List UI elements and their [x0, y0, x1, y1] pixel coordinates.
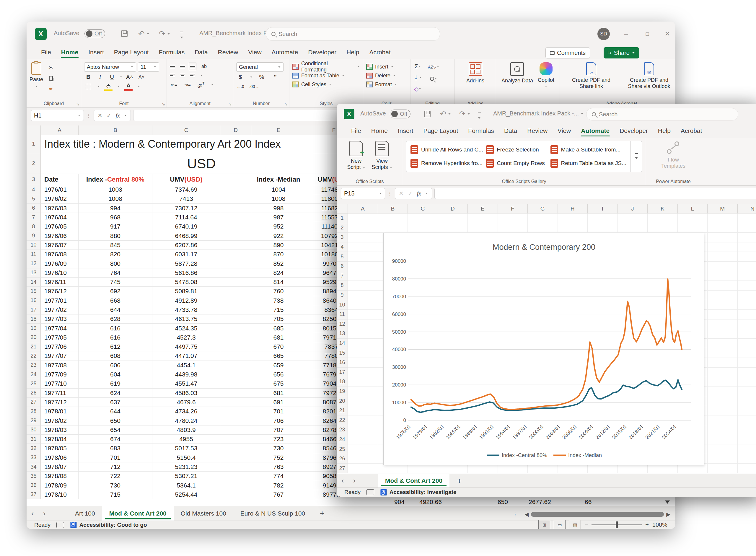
cell-index-title[interactable]: Index title : Modern & Contemporary Art …	[41, 135, 362, 153]
cell[interactable]: 738	[251, 296, 306, 305]
cell[interactable]: 4912.89	[152, 296, 220, 305]
autosave-toggle[interactable]: Off	[390, 109, 411, 118]
underline-button[interactable]: U	[108, 73, 116, 81]
cell[interactable]: 1978/10	[41, 490, 78, 499]
sheet-tab-old-masters-100[interactable]: Old Masters 100	[174, 506, 233, 521]
cell[interactable]	[708, 252, 738, 262]
fg-col-header-L[interactable]: L	[678, 204, 708, 213]
increase-indent-icon[interactable]: ⇥≡	[183, 81, 192, 89]
cell[interactable]	[220, 453, 251, 462]
cut-icon[interactable]: ✂	[47, 64, 55, 72]
cell[interactable]	[348, 368, 378, 377]
cell[interactable]	[348, 290, 378, 300]
cell[interactable]: 4439.98	[152, 370, 220, 379]
cell[interactable]: 4471.07	[152, 351, 220, 360]
redo-icon[interactable]: ↷	[459, 109, 470, 118]
view-scripts-button[interactable]: ViewScripts	[372, 141, 392, 170]
script-gallery-item[interactable]: Unhide All Rows and C...	[411, 143, 483, 157]
copy-icon[interactable]	[47, 74, 55, 82]
cell[interactable]	[348, 300, 378, 310]
cell[interactable]	[738, 271, 756, 281]
cell[interactable]	[738, 339, 756, 348]
bg-col-header-D[interactable]: D	[220, 126, 251, 135]
cell[interactable]: 606	[78, 361, 152, 370]
cell[interactable]: 4527.3	[152, 333, 220, 342]
bg-row-header-4[interactable]: 4	[27, 185, 41, 194]
menu-tab-page-layout[interactable]: Page Layout	[419, 125, 462, 138]
cell[interactable]	[738, 425, 756, 435]
cell[interactable]	[708, 223, 738, 233]
fg-row-header-16[interactable]: 16	[337, 358, 348, 368]
menu-tab-developer[interactable]: Developer	[304, 46, 341, 59]
cell[interactable]: 6207.86	[152, 241, 220, 250]
font-name-select[interactable]: Aptos Narrow	[84, 62, 136, 72]
cell[interactable]	[738, 348, 756, 358]
cell[interactable]	[618, 213, 648, 223]
cell[interactable]	[708, 406, 738, 416]
cell[interactable]: 4613.75	[152, 314, 220, 324]
bg-row-header-3[interactable]: 3	[27, 174, 41, 185]
fg-col-header-B[interactable]: B	[378, 204, 408, 213]
autosum-icon[interactable]: Σ	[413, 62, 422, 71]
insert-function-icon[interactable]: fx	[417, 190, 421, 197]
cell[interactable]	[348, 271, 378, 281]
cell[interactable]: 675	[251, 379, 306, 388]
bg-row-header-26[interactable]: 26	[27, 389, 41, 398]
cell[interactable]	[468, 213, 498, 223]
cell[interactable]	[708, 454, 738, 464]
bg-row-header-10[interactable]: 10	[27, 241, 41, 250]
cell-currency[interactable]: USD	[41, 153, 362, 174]
quick-access-icon[interactable]	[180, 32, 183, 40]
menu-tab-review[interactable]: Review	[213, 46, 243, 59]
autosave-toggle[interactable]: Off	[84, 29, 105, 38]
cell[interactable]	[738, 444, 756, 454]
borders-icon[interactable]	[84, 82, 93, 91]
cell[interactable]: 1978/03	[41, 425, 78, 435]
bg-row-header-34[interactable]: 34	[27, 462, 41, 472]
cell[interactable]: 723	[251, 435, 306, 444]
font-size-select[interactable]: 11	[138, 62, 159, 72]
cell[interactable]	[220, 185, 251, 194]
cell[interactable]: 5364.1	[152, 481, 220, 490]
cell[interactable]	[348, 262, 378, 271]
cell[interactable]	[220, 398, 251, 407]
cell[interactable]	[708, 358, 738, 368]
cell[interactable]: 1976/05	[41, 222, 78, 231]
cell[interactable]: 1976/07	[41, 241, 78, 250]
cell[interactable]: 922	[251, 231, 306, 240]
cell[interactable]	[708, 435, 738, 445]
cell[interactable]	[738, 242, 756, 252]
quick-access-icon[interactable]	[478, 112, 481, 120]
cell[interactable]: 685	[251, 324, 306, 333]
menu-tab-home[interactable]: Home	[367, 125, 392, 138]
cell[interactable]	[708, 348, 738, 358]
bg-row-header-27[interactable]: 27	[27, 398, 41, 407]
search-input[interactable]: Search	[586, 108, 738, 120]
cell[interactable]	[220, 222, 251, 231]
cell[interactable]	[348, 425, 378, 435]
search-input[interactable]: Search	[266, 27, 440, 41]
cell[interactable]: 674	[78, 435, 152, 444]
fg-col-header-I[interactable]: I	[588, 204, 618, 213]
fx-buttons[interactable]: ✕ ✓ fx	[94, 110, 131, 121]
cell[interactable]	[738, 358, 756, 368]
sheet-tab-euro-n-us-sculp-100[interactable]: Euro & N US Sculp 100	[233, 506, 312, 521]
cell[interactable]: 5616.86	[152, 268, 220, 278]
cell[interactable]	[348, 329, 378, 339]
cell[interactable]	[738, 300, 756, 310]
bg-row-header-1[interactable]: 1	[27, 135, 41, 153]
decrease-indent-icon[interactable]: ⇤≡	[170, 81, 178, 89]
cell[interactable]: 624	[78, 389, 152, 398]
increase-decimal-icon[interactable]: ←.0	[236, 82, 244, 91]
cell[interactable]	[348, 339, 378, 348]
fg-col-header-E[interactable]: E	[468, 204, 498, 213]
cell[interactable]: 764	[78, 268, 152, 278]
cell[interactable]	[708, 319, 738, 329]
fg-row-header-18[interactable]: 18	[337, 377, 348, 387]
menu-tab-insert[interactable]: Insert	[84, 46, 108, 59]
cell[interactable]	[738, 415, 756, 425]
cell[interactable]: 820	[78, 250, 152, 259]
cell[interactable]	[220, 241, 251, 250]
align-middle-icon[interactable]	[180, 64, 185, 69]
cell[interactable]	[348, 463, 378, 473]
